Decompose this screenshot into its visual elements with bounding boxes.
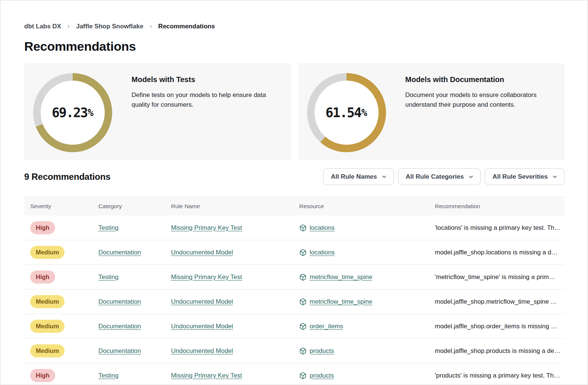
card-description: Document your models to ensure collabora… xyxy=(405,90,549,110)
category-link[interactable]: Documentation xyxy=(98,298,141,305)
severity-badge: Medium xyxy=(30,246,64,259)
chevron-right-icon xyxy=(66,24,71,29)
chevron-down-icon xyxy=(552,174,558,180)
models-with-documentation-card: 61.54% Models with Documentation Documen… xyxy=(298,63,565,160)
column-header-rule-name: Rule Name xyxy=(165,203,293,210)
rule-name-link[interactable]: Undocumented Model xyxy=(171,298,233,305)
severity-badge: Medium xyxy=(30,295,64,308)
recommendation-text: 'metricflow_time_spine' is missing a pri… xyxy=(429,273,565,281)
models-with-tests-card: 69.23% Models with Tests Define tests on… xyxy=(24,63,291,160)
rule-name-link[interactable]: Missing Primary Key Test xyxy=(171,224,242,231)
recommendations-page: dbt Labs DX Jaffle Shop Snowflake Recomm… xyxy=(0,0,588,385)
resource-link[interactable]: locations xyxy=(310,224,335,232)
column-header-recommendation: Recommendation xyxy=(429,203,565,210)
column-header-resource: Resource xyxy=(293,203,429,210)
table-row: Medium Documentation Undocumented Model … xyxy=(24,240,565,265)
rule-name-link[interactable]: Undocumented Model xyxy=(171,347,233,354)
rule-name-link[interactable]: Undocumented Model xyxy=(171,323,233,330)
category-link[interactable]: Testing xyxy=(98,224,118,231)
model-cube-icon xyxy=(299,323,307,330)
table-row: High Testing Missing Primary Key Test me… xyxy=(24,265,565,289)
model-cube-icon xyxy=(299,224,307,232)
rule-name-link[interactable]: Undocumented Model xyxy=(171,249,233,256)
card-text: Models with Documentation Document your … xyxy=(405,72,549,110)
table-row: Medium Documentation Undocumented Model … xyxy=(24,339,565,363)
card-text: Models with Tests Define tests on your m… xyxy=(132,72,282,110)
category-link[interactable]: Testing xyxy=(98,372,118,379)
dropdown-label: All Rule Categories xyxy=(406,173,464,181)
breadcrumb: dbt Labs DX Jaffle Shop Snowflake Recomm… xyxy=(24,0,565,30)
resource-link[interactable]: locations xyxy=(310,249,335,256)
severity-badge: High xyxy=(30,221,55,234)
table-row: High Testing Missing Primary Key Test lo… xyxy=(24,216,565,240)
model-cube-icon xyxy=(299,273,307,281)
column-header-severity: Severity xyxy=(24,203,92,210)
chevron-down-icon xyxy=(468,174,474,180)
filter-dropdowns: All Rule Names All Rule Categories All R… xyxy=(323,168,565,185)
column-header-category: Category xyxy=(92,203,165,210)
resource-link[interactable]: metricflow_time_spine xyxy=(310,273,372,281)
table-body: High Testing Missing Primary Key Test lo… xyxy=(24,216,565,385)
breadcrumb-item-current: Recommendations xyxy=(158,23,215,30)
recommendation-text: model.jaffle_shop.metricflow_time_spine … xyxy=(429,298,565,306)
category-link[interactable]: Documentation xyxy=(98,249,141,256)
rule-categories-dropdown[interactable]: All Rule Categories xyxy=(398,168,481,185)
breadcrumb-item-project[interactable]: Jaffle Shop Snowflake xyxy=(76,23,143,30)
breadcrumb-item-dbt-labs-dx[interactable]: dbt Labs DX xyxy=(24,23,61,30)
model-cube-icon xyxy=(299,347,307,355)
docs-percentage: 61.54% xyxy=(307,73,386,152)
chevron-down-icon xyxy=(381,174,387,180)
category-link[interactable]: Documentation xyxy=(98,323,141,330)
tests-donut-chart: 69.23% xyxy=(33,73,112,152)
rule-name-link[interactable]: Missing Primary Key Test xyxy=(171,372,242,379)
recommendation-text: model.jaffle_shop.locations is missing a… xyxy=(429,249,565,256)
recommendations-table: Severity Category Rule Name Resource Rec… xyxy=(24,196,565,385)
severity-badge: High xyxy=(30,270,55,283)
stat-cards: 69.23% Models with Tests Define tests on… xyxy=(24,63,565,160)
table-row: Medium Documentation Undocumented Model … xyxy=(24,289,565,314)
recommendation-text: model.jaffle_shop.products is missing a … xyxy=(429,347,565,355)
chevron-right-icon xyxy=(149,24,153,29)
recommendation-text: 'locations' is missing a primary key tes… xyxy=(429,224,565,232)
table-row: High Testing Missing Primary Key Test pr… xyxy=(24,363,565,385)
resource-link[interactable]: metricflow_time_spine xyxy=(310,298,372,306)
recommendation-text: 'products' is missing a primary key test… xyxy=(429,372,565,379)
resource-link[interactable]: products xyxy=(310,347,334,355)
docs-donut-chart: 61.54% xyxy=(307,73,386,152)
page-title: Recommendations xyxy=(24,39,565,54)
dropdown-label: All Rule Names xyxy=(331,173,377,181)
severity-badge: High xyxy=(30,369,55,382)
model-cube-icon xyxy=(299,372,307,379)
dropdown-label: All Rule Severities xyxy=(493,173,548,181)
table-header: Severity Category Rule Name Resource Rec… xyxy=(24,196,565,216)
resource-link[interactable]: products xyxy=(310,372,334,379)
recommendation-text: model.jaffle_shop.order_items is missing… xyxy=(429,323,565,330)
recommendations-count: 9 Recommendations xyxy=(24,172,110,182)
tests-percentage: 69.23% xyxy=(33,73,112,152)
model-cube-icon xyxy=(299,249,307,256)
rule-name-link[interactable]: Missing Primary Key Test xyxy=(171,273,242,281)
card-title: Models with Tests xyxy=(132,75,282,84)
rule-severities-dropdown[interactable]: All Rule Severities xyxy=(485,168,565,185)
severity-badge: Medium xyxy=(30,320,64,332)
filter-row: 9 Recommendations All Rule Names All Rul… xyxy=(24,168,565,185)
category-link[interactable]: Documentation xyxy=(98,347,141,354)
severity-badge: Medium xyxy=(30,344,64,357)
card-title: Models with Documentation xyxy=(405,75,549,84)
category-link[interactable]: Testing xyxy=(98,273,118,281)
card-description: Define tests on your models to help ensu… xyxy=(132,90,282,110)
resource-link[interactable]: order_items xyxy=(310,323,343,330)
rule-names-dropdown[interactable]: All Rule Names xyxy=(323,168,394,185)
table-row: Medium Documentation Undocumented Model … xyxy=(24,314,565,339)
model-cube-icon xyxy=(299,298,307,306)
